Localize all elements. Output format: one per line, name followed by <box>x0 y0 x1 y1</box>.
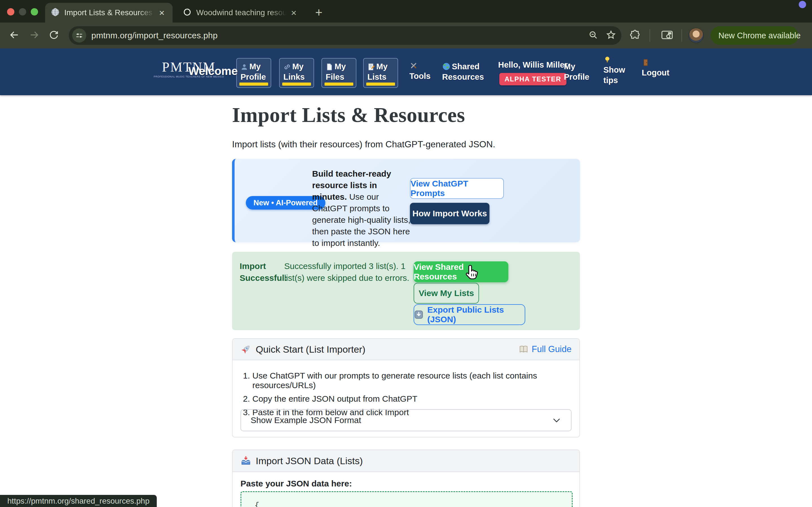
tab-strip: Import Lists & Resources - PM × Woodwind… <box>0 0 812 22</box>
import-success-panel: Import Successful: Successfully imported… <box>232 252 580 330</box>
chevron-down-icon <box>552 415 561 425</box>
json-input-textarea[interactable]: { "lists": [ <box>241 491 573 507</box>
tab-import-lists[interactable]: Import Lists & Resources - PM × <box>45 3 172 22</box>
show-example-json-toggle[interactable]: Show Example JSON Format <box>241 409 571 431</box>
nav-my-lists-card[interactable]: My Lists <box>363 58 398 88</box>
globe-icon <box>442 62 451 72</box>
welcome-text: Welcome <box>188 65 238 77</box>
active-underline <box>324 82 353 86</box>
step-item: Use ChatGPT with our prompts to generate… <box>252 371 571 390</box>
url-text: pmtnm.org/import_resources.php <box>91 31 218 40</box>
nav-link-label: Show tips <box>603 65 625 85</box>
nav-show-tips-link[interactable]: Show tips <box>603 56 627 86</box>
nav-my-profile-link[interactable]: My Profile <box>564 61 592 82</box>
greeting-text: Hello, Willis Miller <box>495 60 571 69</box>
notification-dot <box>799 1 806 8</box>
quick-start-card: Quick Start (List Importer) Full Guide U… <box>232 338 580 438</box>
promo-text: Build teacher-ready resource lists in mi… <box>312 168 411 249</box>
nav-link-label: Logout <box>642 68 669 77</box>
site-settings-icon[interactable] <box>72 29 86 43</box>
status-url: https://pmtnm.org/shared_resources.php <box>7 497 149 506</box>
link-icon <box>283 63 291 72</box>
book-icon <box>519 344 528 354</box>
download-arrow-icon <box>414 309 423 320</box>
how-import-works-button[interactable]: How Import Works <box>410 203 490 224</box>
profile-avatar[interactable] <box>689 28 704 43</box>
zoom-window-button[interactable] <box>31 8 38 15</box>
reload-icon[interactable] <box>49 30 59 41</box>
tab-title: Import Lists & Resources - PM <box>64 8 154 17</box>
person-icon <box>241 63 248 72</box>
alpha-tester-badge: ALPHA TESTER <box>499 73 566 86</box>
nav-my-files-card[interactable]: My Files <box>321 58 356 88</box>
nav-my-links-card[interactable]: My Links <box>279 58 314 88</box>
nav-link-label: My Profile <box>564 62 589 81</box>
chrome-update-button[interactable]: New Chrome available <box>711 26 799 45</box>
url-bar[interactable]: pmtnm.org/import_resources.php <box>69 26 621 45</box>
back-icon[interactable] <box>8 29 20 42</box>
tab-woodwind[interactable]: Woodwind teaching resource × <box>177 3 310 22</box>
active-underline <box>366 82 395 86</box>
tab-close-icon[interactable]: × <box>291 8 297 17</box>
import-json-title: Import JSON Data (Lists) <box>256 455 363 466</box>
tab-close-icon[interactable]: × <box>159 8 165 17</box>
user-greeting: Hello, Willis Miller ALPHA TESTER <box>495 60 571 86</box>
import-success-label: Import Successful: <box>240 260 287 284</box>
chrome-update-label: New Chrome available <box>718 31 801 40</box>
export-public-lists-button[interactable]: Export Public Lists (JSON) <box>414 304 525 325</box>
site-navbar: PMTNM PROFESSIONAL MUSIC TEACHERS OF NEW… <box>0 48 812 95</box>
import-json-header: Import JSON Data (Lists) <box>233 450 579 472</box>
quick-start-header: Quick Start (List Importer) Full Guide <box>233 339 579 360</box>
quick-start-steps: Use ChatGPT with our prompts to generate… <box>233 360 579 417</box>
zoom-out-icon[interactable] <box>588 30 598 41</box>
active-underline <box>239 82 268 86</box>
tab-title: Woodwind teaching resource <box>196 8 287 17</box>
active-underline <box>282 82 311 86</box>
globe-favicon-icon <box>51 8 60 18</box>
nav-tools-link[interactable]: Tools <box>409 61 434 81</box>
new-tab-button[interactable]: + <box>315 6 322 18</box>
view-my-lists-button[interactable]: View My Lists <box>414 283 479 304</box>
nav-logout-link[interactable]: Logout <box>642 59 669 78</box>
side-panel-search-icon[interactable] <box>661 29 673 42</box>
full-guide-link[interactable]: Full Guide <box>519 344 571 354</box>
tools-icon <box>409 61 418 71</box>
view-shared-resources-button[interactable]: View Shared Resources <box>414 262 508 282</box>
import-success-message: Successfully imported 3 list(s). 1 list(… <box>284 260 417 284</box>
nav-shared-resources-link[interactable]: Shared Resources <box>442 61 493 82</box>
page-subtitle: Import lists (with their resources) from… <box>232 139 495 150</box>
view-chatgpt-prompts-button[interactable]: View ChatGPT Prompts <box>410 178 504 199</box>
close-window-button[interactable] <box>7 8 14 15</box>
lightbulb-icon <box>603 56 611 65</box>
nav-link-label: Tools <box>409 71 430 80</box>
page-title: Import Lists & Resources <box>232 103 465 127</box>
inbox-tray-icon <box>241 455 251 466</box>
bookmark-star-icon[interactable] <box>606 30 616 41</box>
memo-icon <box>367 63 375 72</box>
door-icon <box>642 59 650 68</box>
full-guide-label: Full Guide <box>532 344 571 354</box>
toolbar-separator <box>681 29 682 42</box>
toggle-label: Show Example JSON Format <box>251 415 361 425</box>
export-button-label: Export Public Lists (JSON) <box>427 305 525 324</box>
link-preview-statusbar: https://pmtnm.org/shared_resources.php <box>0 495 157 507</box>
browser-toolbar: pmtnm.org/import_resources.php New Chrom… <box>0 22 812 48</box>
import-json-card: Import JSON Data (Lists) Paste your JSON… <box>232 450 580 507</box>
file-icon <box>326 63 333 72</box>
rocket-icon <box>241 344 251 355</box>
ai-promo-panel: New • AI-Powered Build teacher-ready res… <box>232 159 580 242</box>
screen: Import Lists & Resources - PM × Woodwind… <box>0 0 812 507</box>
step-item: Copy the entire JSON output from ChatGPT <box>252 394 571 404</box>
toolbar-separator <box>650 29 650 42</box>
forward-icon[interactable] <box>29 29 40 42</box>
paste-json-label: Paste your JSON data here: <box>241 479 352 489</box>
chatgpt-favicon-icon <box>183 8 192 18</box>
nav-my-profile-card[interactable]: My Profile <box>236 58 271 88</box>
minimize-window-button[interactable] <box>19 8 26 15</box>
extensions-puzzle-icon[interactable] <box>629 29 641 42</box>
quick-start-title: Quick Start (List Importer) <box>256 344 365 355</box>
